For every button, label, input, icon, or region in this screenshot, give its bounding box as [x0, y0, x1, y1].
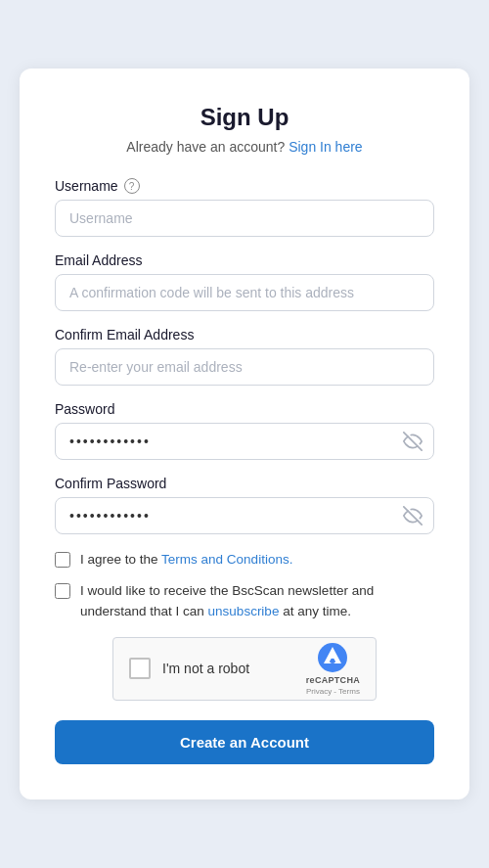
email-input-wrapper	[55, 274, 434, 311]
terms-label[interactable]: I agree to the Terms and Conditions.	[80, 550, 292, 570]
username-group: Username ?	[55, 178, 434, 237]
unsubscribe-link[interactable]: unsubscribe	[208, 604, 280, 618]
confirm-password-group: Confirm Password	[55, 476, 434, 534]
confirm-password-toggle-button[interactable]	[403, 506, 422, 525]
page-title: Sign Up	[55, 104, 434, 131]
password-label: Password	[55, 401, 434, 417]
password-group: Password	[55, 401, 434, 460]
password-toggle-button[interactable]	[403, 432, 422, 451]
recaptcha-right: reCAPTCHA Privacy - Terms	[306, 642, 360, 696]
recaptcha-box[interactable]: I'm not a robot reCAPTCHA Privacy - Term…	[112, 637, 377, 701]
confirm-password-label: Confirm Password	[55, 476, 434, 491]
email-label: Email Address	[55, 252, 434, 268]
username-input-wrapper	[55, 200, 434, 237]
recaptcha-container: I'm not a robot reCAPTCHA Privacy - Term…	[55, 637, 434, 701]
recaptcha-logo-icon	[317, 642, 348, 673]
recaptcha-links: Privacy - Terms	[306, 687, 360, 696]
recaptcha-left: I'm not a robot	[129, 658, 249, 679]
signup-card: Sign Up Already have an account? Sign In…	[20, 69, 469, 799]
confirm-email-label: Confirm Email Address	[55, 327, 434, 343]
password-input-wrapper	[55, 423, 434, 460]
confirm-password-input[interactable]	[55, 497, 434, 534]
signin-link[interactable]: Sign In here	[289, 139, 363, 155]
confirm-email-input[interactable]	[55, 348, 434, 386]
recaptcha-checkbox[interactable]	[129, 658, 151, 679]
email-input[interactable]	[55, 274, 434, 311]
eye-slash-icon-2	[403, 506, 422, 525]
confirm-email-input-wrapper	[55, 348, 434, 386]
terms-link[interactable]: Terms and Conditions.	[161, 552, 292, 567]
username-help-icon[interactable]: ?	[124, 178, 140, 194]
newsletter-label[interactable]: I would like to receive the BscScan news…	[80, 581, 434, 621]
eye-slash-icon	[403, 432, 422, 451]
password-input[interactable]	[55, 423, 434, 460]
newsletter-checkbox[interactable]	[55, 583, 70, 599]
recaptcha-label: I'm not a robot	[162, 661, 249, 676]
confirm-password-input-wrapper	[55, 497, 434, 534]
username-label: Username ?	[55, 178, 434, 194]
create-account-button[interactable]: Create an Account	[55, 720, 434, 764]
subtitle: Already have an account? Sign In here	[55, 139, 434, 155]
terms-checkbox[interactable]	[55, 552, 70, 568]
username-input[interactable]	[55, 200, 434, 237]
confirm-email-group: Confirm Email Address	[55, 327, 434, 386]
recaptcha-brand: reCAPTCHA	[306, 675, 360, 685]
terms-checkbox-row: I agree to the Terms and Conditions.	[55, 550, 434, 570]
email-group: Email Address	[55, 252, 434, 311]
newsletter-checkbox-row: I would like to receive the BscScan news…	[55, 581, 434, 621]
